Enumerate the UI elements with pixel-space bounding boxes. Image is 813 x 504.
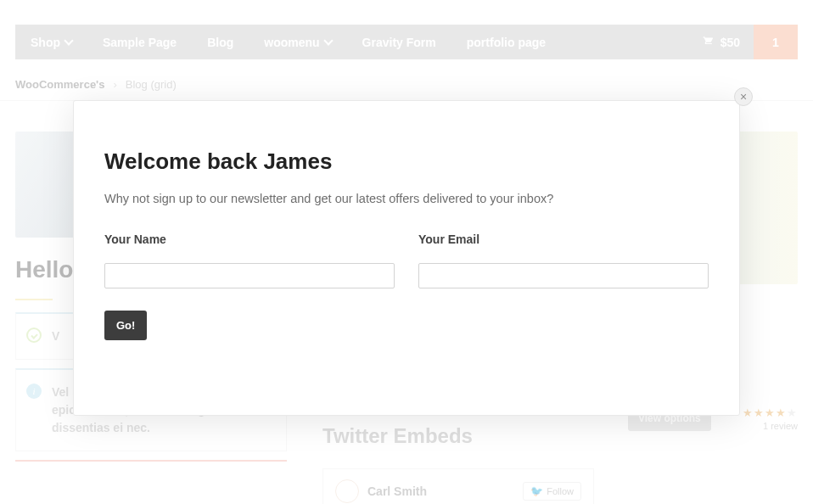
submit-button[interactable]: Go!: [104, 311, 147, 340]
email-input[interactable]: [418, 263, 709, 288]
name-input[interactable]: [104, 263, 395, 288]
email-label: Your Email: [418, 232, 709, 246]
close-button[interactable]: ×: [734, 87, 753, 106]
name-label: Your Name: [104, 232, 395, 246]
close-icon: ×: [740, 91, 747, 103]
modal-subtitle: Why not sign up to our newsletter and ge…: [104, 192, 709, 205]
modal-title: Welcome back James: [104, 148, 709, 175]
newsletter-modal: × Welcome back James Why not sign up to …: [73, 100, 740, 416]
